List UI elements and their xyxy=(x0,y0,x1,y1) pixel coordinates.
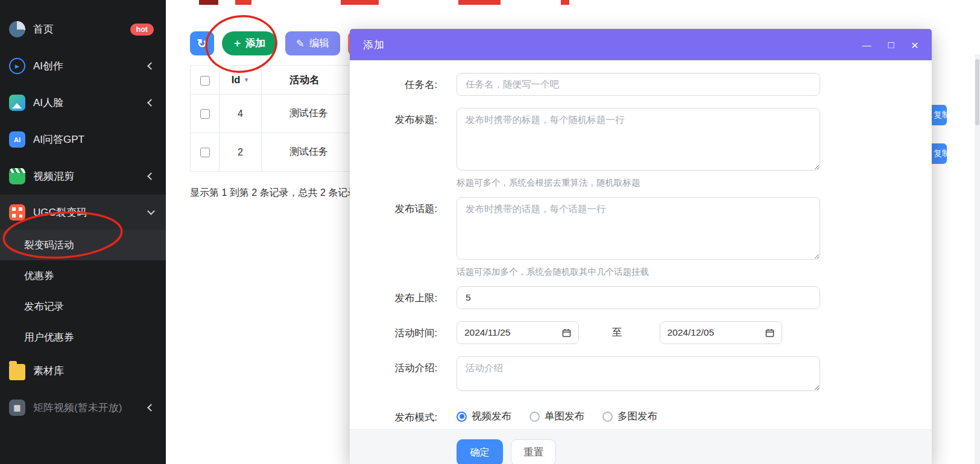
sidebar-item-label: 矩阵视频(暂未开放) xyxy=(33,401,122,415)
publish-topic-label: 发布话题: xyxy=(350,197,437,216)
sidebar-item-label: AI问答GPT xyxy=(33,133,84,146)
pencil-icon: ✎ xyxy=(296,38,305,49)
sidebar-subitem-label: 裂变码活动 xyxy=(24,239,74,252)
cell-id: 2 xyxy=(220,133,262,172)
play-circle-icon: ▶ xyxy=(9,58,25,74)
row-checkbox[interactable] xyxy=(200,148,210,157)
radio-option-multi-image[interactable]: 多图发布 xyxy=(602,410,657,423)
clipped-top-fragment xyxy=(561,0,569,5)
radio-option-label: 单图发布 xyxy=(545,410,584,423)
sidebar-item-label: 素材库 xyxy=(33,364,64,378)
calendar-icon xyxy=(765,328,774,337)
sidebar-item-home[interactable]: 首页 hot xyxy=(0,11,166,48)
sidebar-subitem-publish-record[interactable]: 发布记录 xyxy=(0,291,166,322)
confirm-button[interactable]: 确定 xyxy=(457,439,503,464)
chevron-left-icon xyxy=(147,99,155,107)
radio-option-label: 多图发布 xyxy=(618,410,657,423)
clipped-top-fragment xyxy=(458,0,501,5)
publish-title-textarea[interactable] xyxy=(457,108,820,171)
publish-topic-textarea[interactable] xyxy=(457,197,820,260)
publish-mode-label: 发布模式: xyxy=(350,406,437,424)
task-name-input[interactable] xyxy=(457,73,820,96)
pagination-summary: 显示第 1 到第 2 条记录，总共 2 条记录 xyxy=(190,187,357,199)
dialog-title: 添加 xyxy=(363,38,385,52)
radio-option-label: 视频发布 xyxy=(472,410,511,423)
edit-button-label: 编辑 xyxy=(309,37,329,50)
sidebar-subitem-label: 用户优惠券 xyxy=(24,331,74,344)
dialog-header[interactable]: 添加 — □ × xyxy=(350,29,932,60)
sidebar: 首页 hot ▶ AI创作 AI人脸 AI AI问答GPT 视频混剪 UGC裂变… xyxy=(0,0,166,464)
ai-badge-icon: AI xyxy=(9,131,25,148)
add-dialog: 添加 — □ × 任务名: 发布标题: 标题可多个，系统会根据去重算法，随机取标… xyxy=(350,29,932,464)
hot-badge: hot xyxy=(130,24,154,36)
sidebar-subitem-coupon[interactable]: 优惠券 xyxy=(0,260,166,291)
chevron-left-icon xyxy=(147,172,155,180)
end-date-value: 2024/12/05 xyxy=(668,327,715,338)
sidebar-item-label: UGC裂变码 xyxy=(33,205,87,219)
select-all-cell xyxy=(191,66,220,95)
sidebar-item-material-library[interactable]: 素材库 xyxy=(0,353,166,389)
cell-id: 4 xyxy=(220,95,262,133)
start-date-input[interactable]: 2024/11/25 xyxy=(457,321,579,344)
publish-limit-input[interactable] xyxy=(457,286,820,309)
publish-title-label: 发布标题: xyxy=(350,108,437,127)
select-all-checkbox[interactable] xyxy=(200,76,210,86)
scrollbar-track[interactable] xyxy=(975,54,980,464)
sort-desc-icon: ▼ xyxy=(243,77,249,83)
sidebar-item-label: 视频混剪 xyxy=(33,169,74,183)
sidebar-item-label: 首页 xyxy=(33,22,54,36)
sidebar-subitem-label: 优惠券 xyxy=(24,269,54,283)
activity-intro-label: 活动介绍: xyxy=(350,356,437,375)
calendar-icon xyxy=(562,328,571,337)
row-action-copy-label: 复制 xyxy=(934,148,947,159)
clipped-top-fragment xyxy=(341,0,379,5)
radio-option-video[interactable]: 视频发布 xyxy=(457,410,511,423)
dialog-footer: 确定 重置 xyxy=(350,429,932,464)
chevron-down-icon xyxy=(147,207,155,215)
radio-selected-icon xyxy=(457,412,467,422)
chevron-left-icon xyxy=(147,404,155,412)
publish-mode-group: 视频发布 单图发布 多图发布 xyxy=(457,406,657,423)
folder-icon xyxy=(9,364,25,380)
row-action-copy-button[interactable]: 复制 xyxy=(932,143,947,164)
qr-code-icon xyxy=(9,204,25,221)
radio-option-single-image[interactable]: 单图发布 xyxy=(530,410,584,423)
chevron-left-icon xyxy=(147,62,155,70)
sidebar-subitem-user-coupon[interactable]: 用户优惠券 xyxy=(0,322,166,353)
clipped-top-fragment xyxy=(235,0,251,5)
row-action-copy-button[interactable]: 复制 xyxy=(932,105,947,125)
date-range-separator: 至 xyxy=(612,326,622,339)
reset-button[interactable]: 重置 xyxy=(511,439,556,464)
column-header-id-label: Id xyxy=(232,74,241,85)
face-image-icon xyxy=(9,95,25,111)
sidebar-item-matrix-video[interactable]: ▦ 矩阵视频(暂未开放) xyxy=(0,389,166,426)
sidebar-item-ai-create[interactable]: ▶ AI创作 xyxy=(0,48,166,84)
refresh-icon: ↻ xyxy=(197,36,207,51)
matrix-video-icon: ▦ xyxy=(9,400,25,416)
column-header-name-label: 活动名 xyxy=(289,74,320,85)
maximize-icon[interactable]: □ xyxy=(888,40,894,50)
sidebar-item-ai-qa-gpt[interactable]: AI AI问答GPT xyxy=(0,121,166,158)
publish-title-help: 标题可多个，系统会根据去重算法，随机取标题 xyxy=(457,177,932,189)
edit-button[interactable]: ✎ 编辑 xyxy=(285,31,340,55)
sidebar-subitem-code-activity[interactable]: 裂变码活动 xyxy=(0,230,166,260)
task-name-label: 任务名: xyxy=(350,73,437,92)
sidebar-item-ugc-code[interactable]: UGC裂变码 xyxy=(0,195,166,230)
sidebar-subitem-label: 发布记录 xyxy=(24,300,64,313)
activity-intro-textarea[interactable] xyxy=(457,356,820,391)
minimize-icon[interactable]: — xyxy=(862,40,871,49)
sidebar-item-ai-face[interactable]: AI人脸 xyxy=(0,84,166,121)
plus-icon: + xyxy=(234,37,241,50)
home-pie-icon xyxy=(9,21,25,37)
sidebar-item-label: AI创作 xyxy=(33,59,63,73)
add-button-label: 添加 xyxy=(245,37,265,50)
clipped-top-fragment xyxy=(199,0,218,5)
close-icon[interactable]: × xyxy=(911,39,918,51)
scrollbar-thumb[interactable] xyxy=(975,59,979,125)
refresh-button[interactable]: ↻ xyxy=(190,31,214,55)
column-header-id[interactable]: Id▼ xyxy=(220,66,262,95)
end-date-input[interactable]: 2024/12/05 xyxy=(660,321,782,344)
row-checkbox[interactable] xyxy=(200,109,210,119)
add-button[interactable]: + 添加 xyxy=(222,31,277,55)
sidebar-item-video-mix[interactable]: 视频混剪 xyxy=(0,158,166,195)
